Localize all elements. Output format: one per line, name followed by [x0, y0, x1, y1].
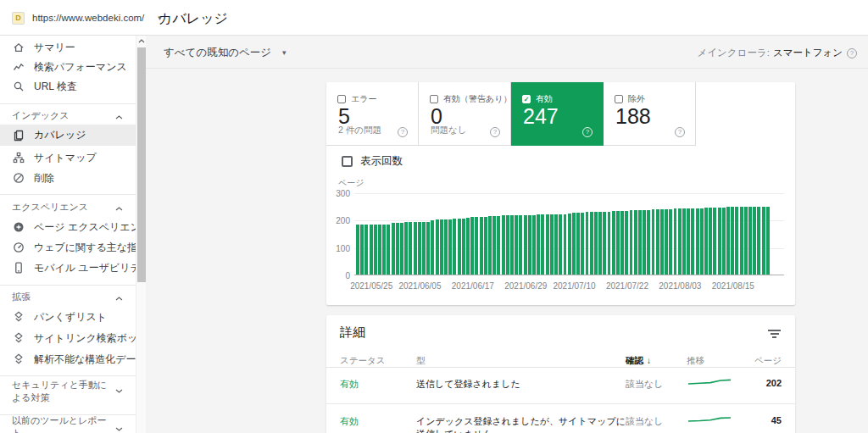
chart-bar[interactable]: [581, 213, 584, 275]
chart-bar[interactable]: [674, 208, 677, 275]
chart-bar[interactable]: [630, 210, 633, 275]
chart-bar[interactable]: [462, 219, 465, 275]
chart-bar[interactable]: [519, 215, 522, 275]
sidebar-item-page-experience[interactable]: ページ エクスペリエンス: [0, 217, 136, 237]
chart-bar[interactable]: [382, 225, 386, 275]
chart-bar[interactable]: [586, 212, 589, 275]
help-icon[interactable]: ?: [490, 127, 500, 137]
chart-bar[interactable]: [726, 207, 730, 275]
chart-bar[interactable]: [448, 219, 452, 275]
chart-bar[interactable]: [652, 209, 655, 275]
chart-bar[interactable]: [396, 223, 399, 275]
chart-bar[interactable]: [444, 219, 448, 275]
column-header-validation[interactable]: 確認↓: [626, 355, 651, 367]
chart-bar[interactable]: [704, 208, 708, 275]
chart-bar[interactable]: [370, 225, 373, 275]
sidebar-item-sitemaps[interactable]: サイトマップ: [0, 147, 136, 168]
chart-bar[interactable]: [603, 212, 606, 275]
chart-bar[interactable]: [568, 214, 571, 275]
column-header-pages[interactable]: ページ: [754, 355, 782, 367]
sidebar-item-breadcrumbs[interactable]: パンくずリスト: [0, 307, 136, 327]
chart-bar[interactable]: [665, 209, 668, 275]
sidebar-item-removals[interactable]: 削除: [0, 168, 136, 188]
chart-bar[interactable]: [576, 213, 580, 275]
sidebar-item-summary[interactable]: サマリー: [0, 37, 136, 58]
chart-bar[interactable]: [387, 225, 390, 275]
chart-bar[interactable]: [364, 225, 368, 275]
chart-bar[interactable]: [656, 209, 659, 275]
sidebar-section-security[interactable]: セキュリティと手動による対策: [0, 379, 136, 413]
chart-bar[interactable]: [682, 208, 686, 275]
help-icon[interactable]: ?: [582, 127, 593, 137]
help-icon[interactable]: ?: [675, 127, 685, 137]
sidebar-item-unparsable-structured-data[interactable]: 解析不能な構造化データ: [0, 349, 136, 369]
chart-bar[interactable]: [647, 210, 650, 275]
scroll-up-icon[interactable]: [136, 36, 146, 47]
chart-bar[interactable]: [528, 215, 531, 275]
chart-bar[interactable]: [616, 211, 620, 275]
chart-bar[interactable]: [510, 215, 514, 275]
column-header-trend[interactable]: 推移: [687, 355, 704, 367]
chart-bar[interactable]: [554, 214, 558, 275]
chart-bar[interactable]: [687, 208, 690, 275]
table-row[interactable]: 有効 インデックス登録されましたが、サイトマップに送信していません 該当なし 4…: [326, 404, 795, 433]
chart-bar[interactable]: [458, 219, 461, 275]
chart-bar[interactable]: [740, 207, 743, 275]
property-selector[interactable]: D https://www.webdeki.com/ ▾: [12, 7, 162, 29]
column-header-status[interactable]: ステータス: [340, 355, 385, 367]
checkbox-unchecked-icon[interactable]: [430, 95, 438, 103]
checkbox-checked-icon[interactable]: ✓: [522, 95, 531, 103]
sidebar-item-performance[interactable]: 検索パフォーマンス: [0, 57, 136, 77]
chart-bar[interactable]: [392, 223, 395, 275]
chart-bar[interactable]: [572, 213, 576, 275]
chart-bar[interactable]: [488, 216, 492, 275]
help-icon[interactable]: ?: [847, 48, 857, 58]
sidebar-section-enhancements[interactable]: 拡張: [0, 286, 136, 307]
chart-bar[interactable]: [492, 216, 496, 275]
column-header-type[interactable]: 型: [416, 355, 426, 367]
chart-bar[interactable]: [612, 211, 615, 275]
chart-bar[interactable]: [356, 225, 359, 275]
chart-bar[interactable]: [608, 212, 611, 275]
chart-bar[interactable]: [426, 222, 430, 275]
chart-bar[interactable]: [524, 215, 527, 275]
sidebar-section-index[interactable]: インデックス: [0, 105, 136, 125]
status-box-valid-with-warnings[interactable]: 有効（警告あり） 0 問題なし ?: [419, 82, 511, 146]
chart-bar[interactable]: [497, 216, 500, 275]
sidebar-item-core-web-vitals[interactable]: ウェブに関する主な指標: [0, 237, 136, 258]
checkbox-unchecked-icon[interactable]: [337, 95, 346, 103]
chart-bar[interactable]: [374, 225, 377, 275]
chart-bar[interactable]: [470, 217, 474, 275]
chart-bar[interactable]: [722, 208, 726, 275]
chart-bar[interactable]: [625, 211, 628, 275]
chart-bar[interactable]: [453, 219, 456, 275]
sidebar-item-url-inspection[interactable]: URL 検査: [0, 76, 136, 97]
chart-bar[interactable]: [590, 212, 593, 275]
chart-bar[interactable]: [766, 207, 770, 275]
help-icon[interactable]: ?: [398, 127, 408, 137]
checkbox-unchecked-icon[interactable]: [615, 95, 623, 103]
sidebar-item-coverage[interactable]: カバレッジ: [0, 125, 136, 146]
status-box-valid[interactable]: ✓ 有効 247 ?: [511, 82, 604, 146]
scrollbar-thumb[interactable]: [137, 47, 146, 282]
chart-bar[interactable]: [480, 217, 483, 275]
chart-bar[interactable]: [404, 222, 408, 275]
page-filter-dropdown[interactable]: すべての既知のページ ▾: [164, 46, 287, 60]
chart-bar[interactable]: [440, 219, 443, 275]
status-box-error[interactable]: エラー 5 2 件の問題 ?: [326, 82, 419, 146]
chart-bar[interactable]: [757, 207, 760, 275]
chart-bar[interactable]: [400, 223, 403, 275]
sidebar-item-sitelinks-searchbox[interactable]: サイトリンク検索ボックス: [0, 328, 136, 348]
chart-bar[interactable]: [762, 207, 765, 275]
status-box-excluded[interactable]: 除外 188 ?: [604, 82, 696, 146]
impressions-toggle[interactable]: 表示回数: [342, 154, 403, 169]
chart-bar[interactable]: [414, 222, 417, 275]
sidebar-section-experience[interactable]: エクスペリエンス: [0, 197, 136, 217]
chart-bar[interactable]: [360, 225, 364, 275]
chart-bar[interactable]: [713, 208, 716, 275]
chart-bar[interactable]: [598, 212, 602, 275]
chart-bar[interactable]: [484, 217, 487, 275]
chart-bar[interactable]: [744, 207, 748, 275]
chart-bar[interactable]: [409, 222, 412, 275]
chart-bar[interactable]: [748, 207, 752, 275]
